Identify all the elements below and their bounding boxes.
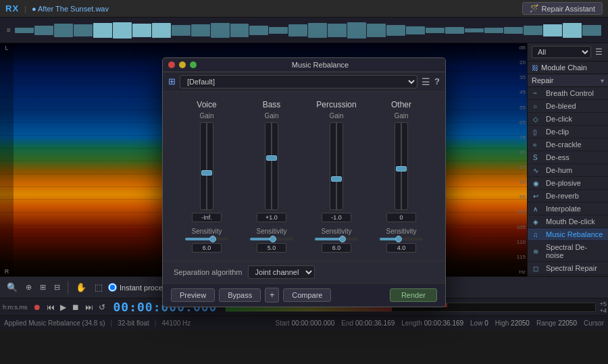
select-tool-button[interactable]: ⬚ <box>92 281 105 294</box>
debleed-icon: ○ <box>533 103 542 110</box>
time-stats: Start 00:00:000.000 End 00:00:36.169 Len… <box>275 319 604 327</box>
dialog-titlebar: Music Rebalance <box>163 58 445 72</box>
compare-button[interactable]: Compare <box>283 288 331 302</box>
loop-button[interactable]: ↺ <box>96 301 108 313</box>
channel-bass: Bass Gain +1.0 Sensitivity 5.0 <box>247 100 296 253</box>
declip-icon: ▯ <box>533 128 542 136</box>
transport-play[interactable]: ▶ <box>57 301 69 313</box>
decrackle-icon: ≈ <box>533 141 542 149</box>
spectral-denoise-icon: ≋ <box>533 248 542 255</box>
panel-menu-icon[interactable]: ☰ <box>594 46 604 58</box>
transport-record[interactable]: ⏺ <box>30 301 44 313</box>
applied-module-label: Applied Music Rebalance (34.8 s) <box>4 319 105 327</box>
preset-icon: ⊞ <box>168 76 176 86</box>
menu-item-de-clip[interactable]: ▯ De-clip <box>528 126 608 138</box>
dialog-help-icon[interactable]: ? <box>434 76 440 86</box>
interpolate-icon: ∧ <box>533 205 542 213</box>
chain-icon: ⛓ <box>532 64 538 72</box>
voice-sensitivity-value[interactable]: 6.0 <box>192 243 222 253</box>
chevron-down-icon: ▾ <box>601 77 604 84</box>
bass-fader[interactable] <box>265 122 278 210</box>
menu-item-de-hum[interactable]: ∿ De-hum <box>528 164 608 177</box>
waveform-area: ≡ <box>0 18 608 43</box>
bass-sensitivity-value[interactable]: 5.0 <box>257 243 286 253</box>
transport-back[interactable]: ⏮ <box>44 301 57 313</box>
menu-item-mouth-declick[interactable]: ◈ Mouth De-click <box>528 215 608 228</box>
close-dot[interactable] <box>168 61 175 68</box>
menu-item-de-bleed[interactable]: ○ De-bleed <box>528 100 608 113</box>
declick-icon: ◇ <box>533 115 542 123</box>
preview-button[interactable]: Preview <box>171 288 215 302</box>
transport-stop[interactable]: ⏹ <box>69 301 82 313</box>
percussion-fader[interactable] <box>330 122 343 210</box>
filename: ● After The Sunset.wav <box>32 5 109 13</box>
menu-item-voice-denoise[interactable]: 🎙 Voice De-noise <box>528 275 608 276</box>
voice-gain-value[interactable]: -Inf. <box>192 213 222 222</box>
dialog-footer: Preview Bypass + Compare Render <box>163 283 445 307</box>
menu-item-de-plosive[interactable]: ◉ De-plosive <box>528 177 608 190</box>
preset-select[interactable]: [Default] <box>180 75 417 88</box>
other-fader[interactable] <box>395 122 408 210</box>
spectral-repair-icon: ◻ <box>533 265 542 272</box>
breath-icon: ~ <box>533 90 542 97</box>
start-label: Start 00:00:000.000 <box>275 319 334 327</box>
time-format-label: h:m:s.ms <box>0 304 30 311</box>
dialog-content: Voice Gain -Inf. Sensitivity 6.0 Bass Ga… <box>163 92 445 261</box>
transport-forward[interactable]: ⏭ <box>82 301 96 313</box>
repair-section-header[interactable]: Repair ▾ <box>528 74 608 87</box>
right-panel: All ☰ ⛓ Module Chain Repair ▾ ~ Breath C… <box>527 43 608 276</box>
menu-item-spectral-denoise[interactable]: ≋ Spectral De-noise <box>528 241 608 262</box>
module-chain-row[interactable]: ⛓ Module Chain <box>528 61 608 74</box>
other-gain-value[interactable]: 0 <box>386 213 416 222</box>
menu-item-de-ess[interactable]: S De-ess <box>528 151 608 164</box>
dialog-title: Music Rebalance <box>201 61 440 69</box>
zoom-out-button[interactable]: 🔍 <box>4 281 20 294</box>
panel-header: All ☰ <box>528 43 608 61</box>
zoom-fit-button[interactable]: ⊞ <box>37 282 49 293</box>
panel-filter-select[interactable]: All <box>532 46 591 58</box>
menu-item-de-crackle[interactable]: ≈ De-crackle <box>528 138 608 151</box>
dialog-menu-icon[interactable]: ☰ <box>422 76 430 87</box>
bass-gain-value[interactable]: +1.0 <box>257 213 286 222</box>
instant-process-radio[interactable] <box>108 283 117 292</box>
music-rebalance-icon: ♫ <box>533 231 542 238</box>
repair-assistant-button[interactable]: 🪄 Repair Assistant <box>522 2 603 15</box>
menu-item-music-rebalance[interactable]: ♫ Music Rebalance <box>528 228 608 241</box>
level-db-label: +5+4 <box>599 301 608 314</box>
waveform-expand-icon[interactable]: ≡ <box>7 26 11 34</box>
zoom-in-button[interactable]: ⊕ <box>23 282 34 293</box>
channel-other: Other Gain 0 Sensitivity 4.0 <box>377 100 426 253</box>
menu-item-de-click[interactable]: ◇ De-click <box>528 113 608 126</box>
deplosive-icon: ◉ <box>533 180 542 187</box>
maximize-dot[interactable] <box>190 61 197 68</box>
voice-sensitivity-slider[interactable] <box>185 238 228 240</box>
range-label: Range 22050 <box>536 319 577 327</box>
instant-process-label[interactable]: Instant process <box>108 283 170 292</box>
bypass-button[interactable]: Bypass <box>219 288 261 302</box>
bass-sensitivity-slider[interactable] <box>250 238 293 240</box>
hand-tool-button[interactable]: ✋ <box>73 281 89 294</box>
sample-rate-label: 44100 Hz <box>161 319 191 327</box>
menu-item-spectral-repair[interactable]: ◻ Spectral Repair <box>528 262 608 275</box>
menu-item-breath-control[interactable]: ~ Breath Control <box>528 87 608 100</box>
deess-icon: S <box>533 154 542 161</box>
minimize-dot[interactable] <box>179 61 186 68</box>
other-sensitivity-slider[interactable] <box>380 238 423 240</box>
render-button[interactable]: Render <box>390 288 437 302</box>
other-sensitivity-value[interactable]: 4.0 <box>386 243 416 253</box>
percussion-sensitivity-value[interactable]: 6.0 <box>322 243 351 253</box>
zoom-custom-button[interactable]: ⊟ <box>51 282 63 293</box>
separation-row: Separation algorithm Joint channel Indep… <box>163 261 445 283</box>
menu-item-interpolate[interactable]: ∧ Interpolate <box>528 203 608 215</box>
separation-algorithm-select[interactable]: Joint channel Independent Auto <box>248 265 315 279</box>
voice-fader[interactable] <box>200 122 213 210</box>
app-logo: RX <box>5 3 19 14</box>
percussion-gain-value[interactable]: -1.0 <box>322 213 351 222</box>
top-bar: RX | ● After The Sunset.wav 🪄 Repair Ass… <box>0 0 608 18</box>
plus-button[interactable]: + <box>265 288 279 303</box>
separator <box>68 281 68 294</box>
high-label: High 22050 <box>495 319 530 327</box>
percussion-sensitivity-slider[interactable] <box>315 238 358 240</box>
menu-item-de-reverb[interactable]: ↩ De-reverb <box>528 190 608 203</box>
cursor-label: Cursor <box>584 319 604 327</box>
